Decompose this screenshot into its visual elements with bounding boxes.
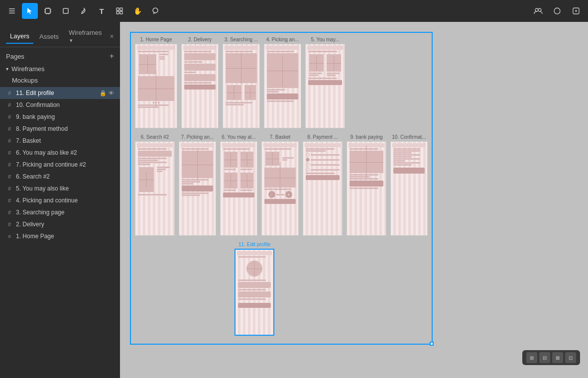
frame-you-may-also[interactable]: 5. You may... [305,37,345,128]
layer-item-picking-continue-2[interactable]: # 7. Picking and continue #2 [0,159,120,171]
svg-rect-12 [63,8,68,13]
layer-frame-icon: # [6,102,13,108]
wireframe-1[interactable] [135,44,177,128]
frames-row-3: 11. Edit profile [235,242,428,336]
layer-item-you-may-also-2[interactable]: # 6. You may also like #2 [0,147,120,159]
layer-item-edit-profile[interactable]: # 11. Edit profile 🔒 👁 [0,87,120,99]
svg-rect-16 [120,11,122,14]
frames-row-2: 6. Search #2 [135,134,428,236]
wireframe-8[interactable] [220,141,257,236]
expand-arrow: ▾ [6,66,8,72]
wireframe-6[interactable] [135,141,175,236]
share-button[interactable] [568,3,584,19]
zoom-in-button[interactable]: ⊡ [565,352,576,363]
wireframes-dropdown-arrow: ▾ [70,37,73,43]
tab-wireframes[interactable]: Wireframes ▾ [65,26,108,47]
layer-list: # 11. Edit profile 🔒 👁 # 10. Confirmatio… [0,87,120,378]
theme-button[interactable] [549,3,565,19]
wireframe-7[interactable] [179,141,216,236]
layer-item-basket[interactable]: # 7. Basket [0,135,120,147]
selection-resize-handle[interactable] [430,342,434,346]
add-page-button[interactable]: + [110,52,114,60]
wireframe-11[interactable] [347,141,386,236]
wireframe-4[interactable] [264,44,301,128]
tab-layers[interactable]: Layers [6,29,33,44]
zoom-out-button[interactable]: ⊟ [539,352,550,363]
layer-frame-icon: # [6,174,13,180]
lock-icon[interactable]: 🔒 [100,90,107,96]
frame-delivery[interactable]: 2. Delivery [181,37,219,128]
frame-confirmation[interactable]: 10. Confirmat... [390,134,428,236]
frame-picking[interactable]: 4. Picking an... [264,37,301,128]
pages-list: ▾ Wireframes Mockups [0,62,120,87]
layer-item-search-2[interactable]: # 6. Search #2 [0,171,120,183]
svg-rect-13 [117,8,119,10]
frame-picking-2[interactable]: 7. Picking an... [179,134,216,236]
layer-frame-icon: # [6,150,13,156]
wireframe-3[interactable] [223,44,260,128]
svg-rect-0 [9,8,15,9]
frame-tool-button[interactable] [40,3,56,19]
frame-you-may-also-2[interactable]: 6. You may al... [220,134,257,236]
layer-item-you-may-also[interactable]: # 5. You may also like [0,183,120,194]
frame-basket[interactable]: 7. Basket [261,134,299,236]
frame-search-2[interactable]: 6. Search #2 [135,134,175,236]
shape-tool-button[interactable] [58,3,74,19]
fit-button[interactable]: ⊠ [552,352,563,363]
component-tool-button[interactable] [112,3,127,19]
layer-frame-icon: # [6,209,13,215]
visibility-icon[interactable]: 👁 [109,90,114,96]
layer-item-bank-paying[interactable]: # 9. bank paying [0,111,120,123]
layer-item-confirmation[interactable]: # 10. Confirmation [0,99,120,111]
frame-searching[interactable]: 3. Searching ... [223,37,260,128]
text-tool-button[interactable]: T [94,3,110,19]
toolbar: T ✋ [0,0,588,22]
comment-tool-button[interactable] [147,3,163,19]
frame-home-page[interactable]: 1. Home Page [135,37,177,128]
frame-bank-paying[interactable]: 9. bank paying [347,134,386,236]
grid-view-button[interactable]: ⊞ [526,352,537,363]
layer-frame-icon: # [6,162,13,168]
svg-rect-2 [9,13,15,14]
svg-point-20 [554,8,560,14]
layer-item-payment-method[interactable]: # 8. Payment method [0,123,120,135]
wireframe-2[interactable] [181,44,219,128]
frames-row-1: 1. Home Page [135,37,428,128]
wireframe-12[interactable] [390,141,428,236]
svg-point-17 [153,8,158,13]
tab-assets[interactable]: Assets [35,30,63,43]
layer-frame-icon: # [6,138,13,144]
select-tool-button[interactable] [22,3,38,19]
wireframe-5[interactable] [305,44,345,128]
layer-frame-icon: # [6,221,13,227]
svg-point-18 [535,8,538,11]
layer-item-home-page[interactable]: ≡ 1. Home Page [0,230,120,242]
menu-button[interactable] [4,3,20,19]
layer-item-delivery[interactable]: # 2. Delivery [0,218,120,230]
multiplayer-button[interactable] [530,3,546,19]
sidebar: Layers Assets Wireframes ▾ ✕ Pages + ▾ W… [0,22,120,378]
layer-frame-icon: # [6,197,13,203]
layer-item-picking-continue[interactable]: # 4. Picking and continue [0,194,120,206]
svg-rect-3 [45,8,50,13]
layer-frame-icon: # [6,114,13,120]
frame-edit-profile[interactable]: 11. Edit profile [235,242,274,336]
main-selection-frame: 1. Home Page [130,32,433,345]
page-mockups[interactable]: Mockups [0,75,120,86]
layer-frame-icon: # [6,126,13,132]
page-group-wireframes[interactable]: ▾ Wireframes [0,63,120,75]
pen-tool-button[interactable] [76,3,92,19]
hand-tool-button[interactable]: ✋ [129,3,145,19]
wireframe-10[interactable] [303,141,343,236]
layer-frame-icon: # [6,90,13,96]
wireframe-9[interactable]: - + [261,141,299,236]
bottom-toolbar: ⊞ ⊟ ⊠ ⊡ [522,350,580,365]
sidebar-close-button[interactable]: ✕ [110,33,114,40]
layer-item-searching-page[interactable]: # 3. Searching page [0,206,120,218]
canvas[interactable]: 1. Home Page [120,22,588,378]
svg-point-19 [538,8,541,11]
layer-list-icon: ≡ [6,233,13,239]
sidebar-tab-bar: Layers Assets Wireframes ▾ ✕ [0,22,120,47]
frame-payment-method[interactable]: 8. Payment ... [303,134,343,236]
wireframe-13[interactable] [235,249,274,336]
